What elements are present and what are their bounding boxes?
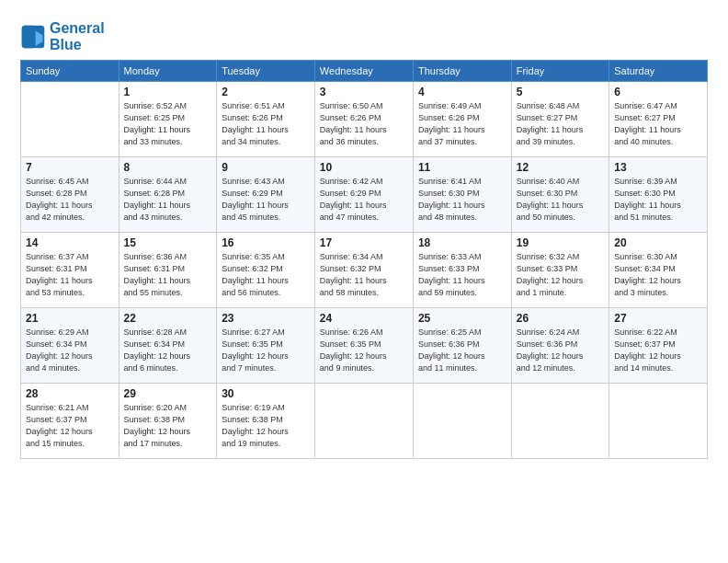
day-number: 24 bbox=[320, 312, 408, 325]
day-info: Sunrise: 6:48 AM Sunset: 6:27 PM Dayligh… bbox=[517, 100, 605, 148]
calendar-cell bbox=[413, 384, 511, 459]
day-info: Sunrise: 6:26 AM Sunset: 6:35 PM Dayligh… bbox=[320, 327, 408, 374]
calendar-cell bbox=[21, 82, 119, 157]
calendar-cell: 7Sunrise: 6:45 AM Sunset: 6:28 PM Daylig… bbox=[21, 157, 119, 233]
day-info: Sunrise: 6:52 AM Sunset: 6:25 PM Dayligh… bbox=[124, 100, 212, 148]
day-number: 23 bbox=[222, 312, 310, 325]
calendar-cell bbox=[609, 384, 708, 459]
calendar-cell: 12Sunrise: 6:40 AM Sunset: 6:30 PM Dayli… bbox=[511, 157, 609, 233]
calendar-cell: 14Sunrise: 6:37 AM Sunset: 6:31 PM Dayli… bbox=[21, 233, 119, 308]
day-number: 20 bbox=[614, 236, 702, 249]
day-info: Sunrise: 6:45 AM Sunset: 6:28 PM Dayligh… bbox=[26, 176, 114, 224]
day-info: Sunrise: 6:36 AM Sunset: 6:31 PM Dayligh… bbox=[124, 251, 212, 299]
day-number: 29 bbox=[124, 387, 212, 400]
weekday-header-tuesday: Tuesday bbox=[217, 61, 315, 82]
calendar-week-3: 14Sunrise: 6:37 AM Sunset: 6:31 PM Dayli… bbox=[21, 233, 708, 308]
day-info: Sunrise: 6:29 AM Sunset: 6:34 PM Dayligh… bbox=[26, 327, 114, 374]
calendar-cell: 23Sunrise: 6:27 AM Sunset: 6:35 PM Dayli… bbox=[217, 308, 315, 384]
day-info: Sunrise: 6:20 AM Sunset: 6:38 PM Dayligh… bbox=[124, 402, 212, 450]
calendar-cell: 8Sunrise: 6:44 AM Sunset: 6:28 PM Daylig… bbox=[119, 157, 217, 233]
calendar-cell: 27Sunrise: 6:22 AM Sunset: 6:37 PM Dayli… bbox=[609, 308, 708, 384]
calendar-cell: 10Sunrise: 6:42 AM Sunset: 6:29 PM Dayli… bbox=[314, 157, 413, 233]
day-number: 16 bbox=[222, 236, 310, 249]
weekday-header-row: SundayMondayTuesdayWednesdayThursdayFrid… bbox=[21, 61, 708, 82]
calendar-cell: 16Sunrise: 6:35 AM Sunset: 6:32 PM Dayli… bbox=[217, 233, 315, 308]
calendar-cell: 29Sunrise: 6:20 AM Sunset: 6:38 PM Dayli… bbox=[119, 384, 217, 459]
calendar-cell: 21Sunrise: 6:29 AM Sunset: 6:34 PM Dayli… bbox=[21, 308, 119, 384]
day-info: Sunrise: 6:51 AM Sunset: 6:26 PM Dayligh… bbox=[222, 100, 310, 148]
day-info: Sunrise: 6:19 AM Sunset: 6:38 PM Dayligh… bbox=[222, 402, 310, 450]
weekday-header-saturday: Saturday bbox=[609, 61, 708, 82]
calendar-table: SundayMondayTuesdayWednesdayThursdayFrid… bbox=[20, 60, 708, 459]
day-number: 21 bbox=[26, 312, 114, 325]
day-number: 26 bbox=[517, 312, 605, 325]
day-info: Sunrise: 6:44 AM Sunset: 6:28 PM Dayligh… bbox=[124, 176, 212, 224]
day-number: 7 bbox=[26, 161, 114, 174]
calendar-cell: 17Sunrise: 6:34 AM Sunset: 6:32 PM Dayli… bbox=[314, 233, 413, 308]
calendar-cell: 9Sunrise: 6:43 AM Sunset: 6:29 PM Daylig… bbox=[217, 157, 315, 233]
calendar-week-5: 28Sunrise: 6:21 AM Sunset: 6:37 PM Dayli… bbox=[21, 384, 708, 459]
calendar-cell: 13Sunrise: 6:39 AM Sunset: 6:30 PM Dayli… bbox=[609, 157, 708, 233]
calendar-cell: 18Sunrise: 6:33 AM Sunset: 6:33 PM Dayli… bbox=[413, 233, 511, 308]
day-info: Sunrise: 6:50 AM Sunset: 6:26 PM Dayligh… bbox=[320, 100, 408, 148]
day-number: 18 bbox=[418, 236, 506, 249]
day-number: 15 bbox=[124, 236, 212, 249]
day-number: 11 bbox=[418, 161, 506, 174]
day-number: 1 bbox=[124, 86, 212, 98]
day-info: Sunrise: 6:49 AM Sunset: 6:26 PM Dayligh… bbox=[418, 100, 506, 148]
day-info: Sunrise: 6:33 AM Sunset: 6:33 PM Dayligh… bbox=[418, 251, 506, 299]
day-number: 9 bbox=[222, 161, 310, 174]
calendar-week-2: 7Sunrise: 6:45 AM Sunset: 6:28 PM Daylig… bbox=[21, 157, 708, 233]
day-number: 4 bbox=[418, 86, 506, 98]
day-info: Sunrise: 6:32 AM Sunset: 6:33 PM Dayligh… bbox=[517, 251, 605, 299]
weekday-header-thursday: Thursday bbox=[413, 61, 511, 82]
day-number: 10 bbox=[320, 161, 408, 174]
calendar-cell: 30Sunrise: 6:19 AM Sunset: 6:38 PM Dayli… bbox=[217, 384, 315, 459]
day-number: 8 bbox=[124, 161, 212, 174]
day-info: Sunrise: 6:24 AM Sunset: 6:36 PM Dayligh… bbox=[517, 327, 605, 374]
day-info: Sunrise: 6:25 AM Sunset: 6:36 PM Dayligh… bbox=[418, 327, 506, 374]
calendar-cell: 1Sunrise: 6:52 AM Sunset: 6:25 PM Daylig… bbox=[119, 82, 217, 157]
calendar-cell bbox=[511, 384, 609, 459]
calendar-cell: 22Sunrise: 6:28 AM Sunset: 6:34 PM Dayli… bbox=[119, 308, 217, 384]
calendar-week-4: 21Sunrise: 6:29 AM Sunset: 6:34 PM Dayli… bbox=[21, 308, 708, 384]
day-info: Sunrise: 6:47 AM Sunset: 6:27 PM Dayligh… bbox=[614, 100, 702, 148]
calendar-page: General Blue SundayMondayTuesdayWednesda… bbox=[0, 0, 728, 563]
header-row: General Blue bbox=[20, 17, 708, 52]
day-number: 27 bbox=[614, 312, 702, 325]
calendar-cell: 24Sunrise: 6:26 AM Sunset: 6:35 PM Dayli… bbox=[314, 308, 413, 384]
day-info: Sunrise: 6:27 AM Sunset: 6:35 PM Dayligh… bbox=[222, 327, 310, 374]
day-number: 14 bbox=[26, 236, 114, 249]
calendar-cell: 28Sunrise: 6:21 AM Sunset: 6:37 PM Dayli… bbox=[21, 384, 119, 459]
calendar-week-1: 1Sunrise: 6:52 AM Sunset: 6:25 PM Daylig… bbox=[21, 82, 708, 157]
day-info: Sunrise: 6:40 AM Sunset: 6:30 PM Dayligh… bbox=[517, 176, 605, 224]
calendar-cell: 5Sunrise: 6:48 AM Sunset: 6:27 PM Daylig… bbox=[511, 82, 609, 157]
day-info: Sunrise: 6:28 AM Sunset: 6:34 PM Dayligh… bbox=[124, 327, 212, 374]
calendar-cell bbox=[314, 384, 413, 459]
svg-rect-2 bbox=[22, 25, 36, 48]
day-number: 5 bbox=[517, 86, 605, 98]
day-number: 12 bbox=[517, 161, 605, 174]
day-info: Sunrise: 6:22 AM Sunset: 6:37 PM Dayligh… bbox=[614, 327, 702, 374]
weekday-header-sunday: Sunday bbox=[21, 61, 119, 82]
calendar-cell: 20Sunrise: 6:30 AM Sunset: 6:34 PM Dayli… bbox=[609, 233, 708, 308]
weekday-header-wednesday: Wednesday bbox=[314, 61, 413, 82]
day-number: 6 bbox=[614, 86, 702, 98]
calendar-cell: 25Sunrise: 6:25 AM Sunset: 6:36 PM Dayli… bbox=[413, 308, 511, 384]
day-info: Sunrise: 6:42 AM Sunset: 6:29 PM Dayligh… bbox=[320, 176, 408, 224]
day-number: 25 bbox=[418, 312, 506, 325]
calendar-cell: 19Sunrise: 6:32 AM Sunset: 6:33 PM Dayli… bbox=[511, 233, 609, 308]
day-info: Sunrise: 6:30 AM Sunset: 6:34 PM Dayligh… bbox=[614, 251, 702, 299]
day-number: 28 bbox=[26, 387, 114, 400]
calendar-cell: 3Sunrise: 6:50 AM Sunset: 6:26 PM Daylig… bbox=[314, 82, 413, 157]
calendar-cell: 15Sunrise: 6:36 AM Sunset: 6:31 PM Dayli… bbox=[119, 233, 217, 308]
day-number: 22 bbox=[124, 312, 212, 325]
day-number: 2 bbox=[222, 86, 310, 98]
day-info: Sunrise: 6:43 AM Sunset: 6:29 PM Dayligh… bbox=[222, 176, 310, 224]
day-info: Sunrise: 6:39 AM Sunset: 6:30 PM Dayligh… bbox=[614, 176, 702, 224]
day-number: 19 bbox=[517, 236, 605, 249]
day-info: Sunrise: 6:34 AM Sunset: 6:32 PM Dayligh… bbox=[320, 251, 408, 299]
calendar-cell: 11Sunrise: 6:41 AM Sunset: 6:30 PM Dayli… bbox=[413, 157, 511, 233]
calendar-cell: 2Sunrise: 6:51 AM Sunset: 6:26 PM Daylig… bbox=[217, 82, 315, 157]
day-info: Sunrise: 6:35 AM Sunset: 6:32 PM Dayligh… bbox=[222, 251, 310, 299]
